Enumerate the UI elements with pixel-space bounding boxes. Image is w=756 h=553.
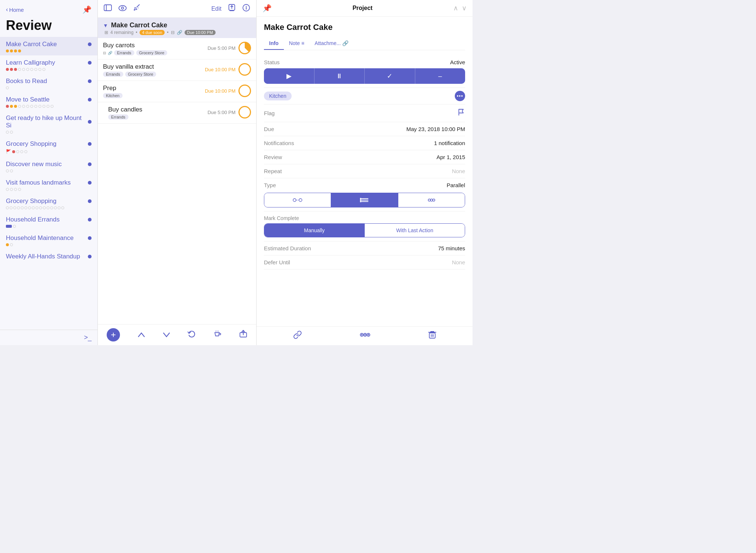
collapse-icon[interactable]: ▼ <box>103 23 108 28</box>
task-circle[interactable] <box>238 63 251 76</box>
add-task-button[interactable]: + <box>107 328 120 341</box>
tab-info[interactable]: Info <box>264 38 284 50</box>
coffee-icon[interactable] <box>213 330 221 340</box>
mark-last-action-button[interactable]: With Last Action <box>365 224 465 237</box>
task-circle[interactable] <box>238 106 251 118</box>
task-content: Buy vanilla extract Errands Grocery Stor… <box>103 63 202 77</box>
task-item[interactable]: Buy vanilla extract Errands Grocery Stor… <box>98 59 256 81</box>
nav-up-button[interactable]: ∧ <box>453 4 458 12</box>
task-right: Due 5:00 PM <box>207 42 251 54</box>
project-label: Project <box>275 5 450 11</box>
flag-label: Flag <box>264 110 275 116</box>
kitchen-tag[interactable]: Kitchen <box>264 92 292 100</box>
undo-icon[interactable] <box>188 330 196 340</box>
item-progress <box>6 68 92 71</box>
svg-point-26 <box>428 199 430 201</box>
list-item[interactable]: Grocery Shopping <box>0 194 97 212</box>
list-item[interactable]: Weekly All-Hands Standup <box>0 249 97 263</box>
chevron-up-icon[interactable] <box>138 330 145 340</box>
dot <box>22 68 25 71</box>
tab-note[interactable]: Note ≡ <box>284 38 310 50</box>
terminal-button[interactable]: >_ <box>84 334 92 341</box>
edit-button[interactable]: Edit <box>211 6 221 12</box>
item-dot <box>88 236 92 240</box>
dot <box>21 206 24 209</box>
task-item[interactable]: Prep Kitchen Due 10:00 PM <box>98 81 256 102</box>
pin-icon-right[interactable]: 📌 <box>262 4 272 13</box>
tag-errands[interactable]: Errands <box>114 50 134 55</box>
dot <box>24 206 27 209</box>
brush-icon[interactable]: * <box>133 4 141 13</box>
item-dot <box>88 255 92 258</box>
task-item[interactable]: Buy candles Errands Due 5:00 PM <box>98 102 256 124</box>
item-dot <box>88 42 92 46</box>
chevron-down-icon[interactable] <box>163 330 170 340</box>
nav-down-button[interactable]: ∨ <box>462 4 467 12</box>
tag-errands[interactable]: Errands <box>108 114 128 120</box>
dot <box>6 49 9 52</box>
sidebar-icon[interactable] <box>104 4 112 13</box>
list-item[interactable]: Discover new music <box>0 157 97 175</box>
duration-value: 75 minutes <box>438 245 465 251</box>
task-circle[interactable] <box>238 42 251 54</box>
eye-icon[interactable] <box>118 4 127 13</box>
pin-icon[interactable]: 📌 <box>82 5 92 14</box>
list-item[interactable]: Learn Calligraphy <box>0 55 97 74</box>
list-item[interactable]: Get ready to hike up Mount Si <box>0 111 97 137</box>
item-title: Learn Calligraphy <box>6 59 55 66</box>
list-item[interactable]: Move to Seattle <box>0 92 97 111</box>
tag-kitchen[interactable]: Kitchen <box>103 93 123 98</box>
dot <box>47 105 49 108</box>
list-item[interactable]: Household Maintenance <box>0 231 97 249</box>
list-item[interactable]: Make Carrot Cake <box>0 37 97 55</box>
dot <box>10 68 13 71</box>
tag-section: Kitchen ••• <box>264 88 465 104</box>
status-complete-button[interactable]: ✓ <box>365 68 415 84</box>
tag-errands[interactable]: Errands <box>103 72 123 77</box>
svg-line-14 <box>218 331 219 332</box>
task-title: Buy candles <box>108 106 205 113</box>
list-item[interactable]: Grocery Shopping 🚩 <box>0 137 97 157</box>
upload-icon[interactable] <box>228 4 236 14</box>
status-pause-button[interactable]: ⏸ <box>315 68 365 84</box>
task-item[interactable]: Buy carrots ⊟ 🔗 Errands Grocery Store Du… <box>98 38 256 59</box>
svg-point-5 <box>134 10 135 10</box>
dot <box>39 206 42 209</box>
tag-grocery[interactable]: Grocery Store <box>125 72 156 77</box>
link-icon[interactable] <box>293 330 302 341</box>
share-icon[interactable] <box>239 330 247 340</box>
bubbles-icon[interactable] <box>360 331 370 341</box>
notifications-section: Notifications 1 notification <box>264 136 465 150</box>
task-circle[interactable] <box>238 85 251 97</box>
svg-line-12 <box>216 331 216 332</box>
trash-icon[interactable] <box>428 330 436 341</box>
list-item[interactable]: Visit famous landmarks <box>0 175 97 194</box>
svg-point-34 <box>368 334 369 336</box>
status-play-button[interactable]: ▶ <box>264 68 314 84</box>
project-name: Make Carrot Cake <box>264 23 465 32</box>
status-drop-button[interactable]: – <box>415 68 465 84</box>
back-button[interactable]: ‹ Home <box>6 6 24 13</box>
type-sequential-button[interactable] <box>264 193 331 207</box>
note-list-icon: ≡ <box>301 40 304 46</box>
right-footer <box>257 326 472 345</box>
dot <box>20 150 23 153</box>
task-title: Buy vanilla extract <box>103 63 202 71</box>
tag-grocery[interactable]: Grocery Store <box>136 50 167 55</box>
dot <box>32 206 35 209</box>
left-header: ‹ Home 📌 <box>0 0 97 16</box>
type-buttons <box>264 193 465 207</box>
middle-panel: * Edit ▼ Make Carrot Cake <box>98 0 257 345</box>
info-icon[interactable] <box>242 4 250 14</box>
list-item[interactable]: Household Errands <box>0 212 97 231</box>
type-single-button[interactable] <box>398 193 465 207</box>
item-title: Weekly All-Hands Standup <box>6 253 80 260</box>
dot <box>6 86 9 89</box>
more-button[interactable]: ••• <box>455 91 465 101</box>
type-parallel-button[interactable] <box>331 193 398 207</box>
list-item[interactable]: Books to Read <box>0 74 97 92</box>
mark-manually-button[interactable]: Manually <box>264 224 364 237</box>
tab-attachments[interactable]: Attachme... 🔗 <box>309 38 354 50</box>
task-due-time: Due 5:00 PM <box>207 45 236 51</box>
flag-icon[interactable] <box>457 108 465 118</box>
